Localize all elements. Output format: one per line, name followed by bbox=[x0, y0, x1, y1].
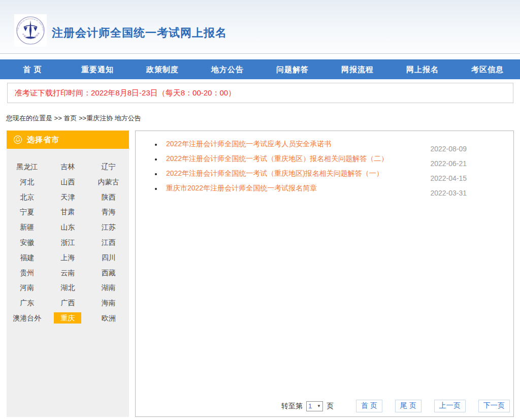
province-item[interactable]: 安徽 bbox=[7, 235, 47, 250]
bullet-dot-icon bbox=[155, 158, 157, 160]
province-link[interactable]: 贵州 bbox=[20, 269, 34, 277]
province-item[interactable]: 山东 bbox=[47, 220, 88, 235]
province-link[interactable]: 海南 bbox=[102, 299, 116, 307]
province-item[interactable]: 江苏 bbox=[88, 220, 129, 235]
page-number-select[interactable]: 1 bbox=[308, 402, 316, 410]
province-link[interactable]: 黑龙江 bbox=[16, 163, 38, 171]
province-item[interactable]: 欧洲 bbox=[88, 311, 129, 326]
province-link[interactable]: 江苏 bbox=[102, 223, 116, 231]
province-link[interactable]: 湖南 bbox=[102, 283, 116, 292]
next-page-button[interactable]: 下一页 bbox=[478, 400, 510, 412]
prev-page-button[interactable]: 上一页 bbox=[434, 400, 466, 412]
nav-item-3[interactable]: 政策制度 bbox=[130, 59, 195, 79]
pagination-buttons: 首 页尾 页上一页下一页 bbox=[356, 400, 510, 412]
province-item[interactable]: 新疆 bbox=[7, 220, 47, 235]
province-link[interactable]: 陕西 bbox=[102, 193, 116, 201]
notice-bar: 准考证下载打印时间：2022年8月8日-23日（每天8：00-20：00） bbox=[7, 83, 513, 103]
announcement-link[interactable]: 2022年注册会计师全国统一考试（重庆地区）报名相关问题解答（二） bbox=[166, 154, 388, 164]
announcement-link[interactable]: 2022年注册会计师全国统一考试（重庆地区)报名相关问题解答（一） bbox=[166, 169, 383, 178]
province-link[interactable]: 云南 bbox=[60, 269, 75, 277]
nav-item-5[interactable]: 问题解答 bbox=[260, 59, 325, 79]
province-item[interactable]: 福建 bbox=[7, 250, 47, 266]
province-item[interactable]: 青海 bbox=[88, 205, 129, 220]
province-link[interactable]: 天津 bbox=[60, 193, 75, 201]
province-item[interactable]: 河北 bbox=[7, 175, 47, 190]
province-link[interactable]: 山西 bbox=[60, 178, 75, 186]
nav-item-6[interactable]: 网报流程 bbox=[325, 59, 390, 79]
province-item[interactable]: 湖北 bbox=[47, 280, 88, 296]
province-item[interactable]: 广西 bbox=[47, 296, 88, 311]
bullet-dot-icon bbox=[155, 173, 157, 175]
province-item[interactable]: 北京 bbox=[7, 190, 47, 205]
nav-item-1[interactable]: 首 页 bbox=[0, 59, 65, 79]
province-link[interactable]: 吉林 bbox=[60, 163, 75, 171]
province-link[interactable]: 西藏 bbox=[102, 269, 116, 277]
province-grid: 黑龙江吉林辽宁河北山西内蒙古北京天津陕西宁夏甘肃青海新疆山东江苏安徽浙江江西福建… bbox=[7, 159, 129, 326]
province-item[interactable]: 天津 bbox=[47, 190, 88, 205]
province-link[interactable]: 浙江 bbox=[60, 238, 75, 246]
announcement-date: 2022-03-31 bbox=[430, 189, 467, 200]
province-item[interactable]: 贵州 bbox=[7, 266, 47, 281]
province-link[interactable]: 江西 bbox=[102, 238, 116, 246]
province-link[interactable]: 内蒙古 bbox=[98, 178, 119, 186]
province-link[interactable]: 欧洲 bbox=[102, 314, 116, 322]
province-link[interactable]: 广西 bbox=[60, 299, 75, 307]
province-link[interactable]: 北京 bbox=[20, 193, 34, 201]
page-select[interactable]: 1 ▼ bbox=[306, 401, 323, 411]
province-item[interactable]: 江西 bbox=[88, 235, 129, 250]
province-item[interactable]: 山西 bbox=[47, 175, 88, 190]
province-item[interactable]: 广东 bbox=[7, 296, 47, 311]
province-item[interactable]: 上海 bbox=[47, 250, 88, 266]
province-item[interactable]: 澳港台外 bbox=[7, 311, 47, 326]
content-area: 选择省市 黑龙江吉林辽宁河北山西内蒙古北京天津陕西宁夏甘肃青海新疆山东江苏安徽浙… bbox=[7, 131, 514, 417]
province-item[interactable]: 湖南 bbox=[88, 280, 129, 296]
province-link[interactable]: 山东 bbox=[60, 223, 75, 231]
bullet-dot-icon bbox=[155, 188, 157, 190]
province-link[interactable]: 湖北 bbox=[60, 283, 75, 292]
province-item[interactable]: 宁夏 bbox=[7, 205, 47, 220]
announcement-title-cell: 重庆市2022年注册会计师全国统一考试报名简章 bbox=[136, 184, 317, 195]
province-item[interactable]: 重庆 bbox=[47, 311, 88, 326]
province-link[interactable]: 重庆 bbox=[54, 312, 81, 324]
province-link[interactable]: 福建 bbox=[20, 253, 34, 262]
goto-label-suffix: 页 bbox=[327, 402, 334, 411]
province-item[interactable]: 西藏 bbox=[88, 266, 129, 281]
province-item[interactable]: 四川 bbox=[88, 250, 129, 266]
announcement-link[interactable]: 重庆市2022年注册会计师全国统一考试报名简章 bbox=[166, 184, 317, 193]
nav-item-4[interactable]: 地方公告 bbox=[195, 59, 260, 79]
province-item[interactable]: 黑龙江 bbox=[7, 159, 47, 175]
province-link[interactable]: 上海 bbox=[60, 253, 75, 262]
pagination: 转至第 1 ▼ 页 首 页尾 页上一页下一页 bbox=[136, 400, 513, 412]
announcement-link[interactable]: 2022年注册会计师全国统一考试应考人员安全承诺书 bbox=[166, 140, 331, 149]
nav-item-7[interactable]: 网上报名 bbox=[390, 59, 455, 79]
province-link[interactable]: 辽宁 bbox=[102, 163, 116, 171]
province-link[interactable]: 广东 bbox=[20, 299, 34, 307]
province-link[interactable]: 新疆 bbox=[20, 223, 34, 231]
dropdown-arrow-icon: ▼ bbox=[317, 404, 321, 408]
province-item[interactable]: 云南 bbox=[47, 266, 88, 281]
province-item[interactable]: 吉林 bbox=[47, 159, 88, 175]
province-item[interactable]: 甘肃 bbox=[47, 205, 88, 220]
cicpa-logo-icon: THE CHINESE INSTITUTE OF CERTIFIED PUBLI… bbox=[14, 14, 47, 47]
nav-item-2[interactable]: 重要通知 bbox=[65, 59, 130, 79]
last-page-button[interactable]: 尾 页 bbox=[395, 400, 421, 412]
province-link[interactable]: 青海 bbox=[102, 208, 116, 216]
first-page-button[interactable]: 首 页 bbox=[356, 400, 382, 412]
province-link[interactable]: 河北 bbox=[20, 178, 34, 186]
province-item[interactable]: 内蒙古 bbox=[88, 175, 129, 190]
province-item[interactable]: 浙江 bbox=[47, 235, 88, 250]
province-item[interactable]: 河南 bbox=[7, 280, 47, 296]
province-link[interactable]: 四川 bbox=[102, 253, 116, 262]
province-link[interactable]: 安徽 bbox=[20, 238, 34, 246]
announcement-date: 2022-08-09 bbox=[430, 145, 467, 156]
announcement-date: 2022-04-15 bbox=[430, 174, 467, 185]
announcement-row: 2022年注册会计师全国统一考试应考人员安全承诺书2022-08-09 bbox=[136, 140, 513, 151]
province-item[interactable]: 陕西 bbox=[88, 190, 129, 205]
province-item[interactable]: 辽宁 bbox=[88, 159, 129, 175]
province-link[interactable]: 宁夏 bbox=[20, 208, 34, 216]
province-link[interactable]: 甘肃 bbox=[60, 208, 75, 216]
province-link[interactable]: 河南 bbox=[20, 283, 34, 292]
province-link[interactable]: 澳港台外 bbox=[13, 314, 41, 322]
nav-item-8[interactable]: 考区信息 bbox=[455, 59, 520, 79]
province-item[interactable]: 海南 bbox=[88, 296, 129, 311]
